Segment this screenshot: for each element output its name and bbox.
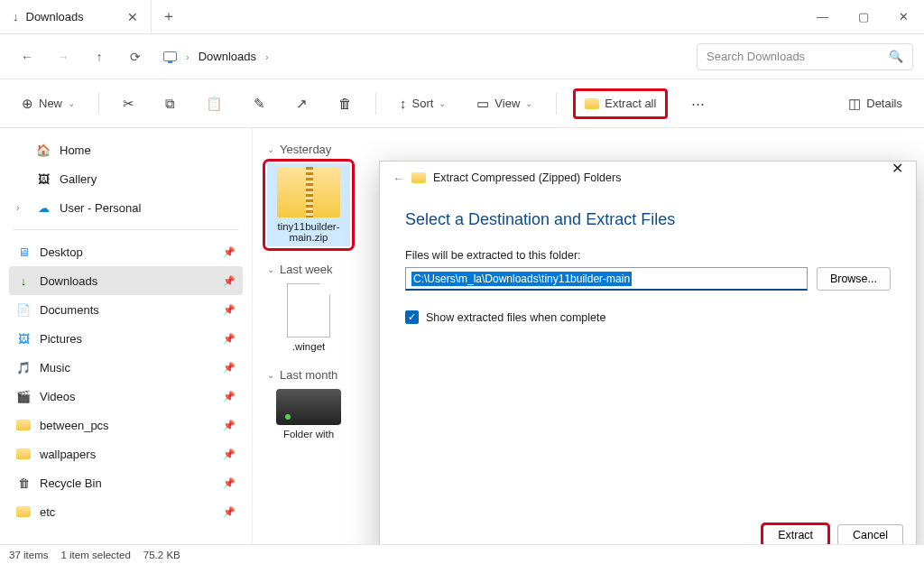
selected-count: 1 item selected (60, 550, 130, 560)
forward-button[interactable]: → (47, 41, 79, 73)
pin-icon: 📌 (223, 391, 236, 402)
new-tab-button[interactable]: ＋ (152, 0, 186, 33)
chevron-right-icon: › (186, 51, 189, 62)
details-pane-button[interactable]: ◫Details (841, 90, 910, 117)
sidebar-documents[interactable]: 📄Documents📌 (9, 295, 243, 324)
sidebar-music[interactable]: 🎵Music📌 (9, 353, 243, 382)
chevron-down-icon: ⌄ (267, 370, 274, 380)
view-button[interactable]: ▭View⌄ (469, 90, 540, 117)
zip-folder-icon (411, 171, 426, 185)
extract-dialog: ← Extract Compressed (Zipped) Folders ✕ … (379, 161, 917, 556)
back-icon[interactable]: ← (393, 171, 404, 185)
close-window-button[interactable]: ✕ (883, 0, 924, 33)
pin-icon: 📌 (223, 333, 236, 345)
file-item[interactable]: Folder with (267, 389, 350, 439)
file-name: tiny11builder-main.zip (271, 221, 346, 243)
sidebar-videos[interactable]: 🎬Videos📌 (9, 382, 243, 411)
share-icon: ↗ (296, 96, 308, 112)
file-item[interactable]: .winget (267, 283, 350, 352)
file-zip[interactable]: tiny11builder-main.zip (267, 163, 350, 246)
search-placeholder: Search Downloads (707, 50, 805, 63)
path-label: Files will be extracted to this folder: (405, 249, 891, 262)
trash-icon: 🗑 (338, 96, 352, 111)
pc-icon (162, 50, 177, 64)
pin-icon: 📌 (223, 506, 236, 518)
refresh-button[interactable]: ⟳ (119, 41, 152, 73)
pin-icon: 📌 (223, 477, 236, 489)
cancel-button[interactable]: Cancel (837, 524, 903, 546)
sidebar-home[interactable]: 🏠Home (9, 135, 243, 164)
downloads-icon: ↓ (16, 273, 31, 288)
search-input[interactable]: Search Downloads 🔍 (697, 43, 913, 70)
browse-button[interactable]: Browse... (817, 267, 891, 291)
gallery-icon: 🖼 (36, 171, 51, 186)
pin-icon: 📌 (223, 420, 236, 431)
checkbox-label: Show extracted files when complete (426, 311, 605, 324)
delete-button[interactable]: 🗑 (331, 90, 359, 116)
pin-icon: 📌 (223, 275, 236, 287)
up-button[interactable]: ↑ (83, 41, 116, 73)
music-icon: 🎵 (16, 360, 31, 374)
rename-button[interactable]: ✎ (246, 90, 273, 117)
home-icon: 🏠 (36, 143, 51, 157)
sidebar-downloads[interactable]: ↓Downloads📌 (9, 266, 243, 295)
folder-icon (16, 418, 31, 432)
show-files-checkbox[interactable]: ✓ (405, 310, 419, 324)
sidebar-desktop[interactable]: 🖥Desktop📌 (9, 237, 243, 266)
sort-button[interactable]: ↕Sort⌄ (393, 90, 453, 116)
breadcrumb[interactable]: › Downloads › (162, 50, 269, 64)
sidebar-pictures[interactable]: 🖼Pictures📌 (9, 324, 243, 353)
chevron-down-icon: ⌄ (68, 98, 75, 108)
copy-button[interactable]: ⧉ (158, 90, 182, 117)
sidebar-onedrive[interactable]: ›☁User - Personal (9, 193, 243, 222)
toolbar: ⊕New⌄ ✂ ⧉ 📋 ✎ ↗ 🗑 ↕Sort⌄ ▭View⌄ Extract … (0, 79, 924, 128)
view-icon: ▭ (476, 96, 489, 112)
tab-title: Downloads (26, 10, 84, 23)
cloud-icon: ☁ (36, 200, 51, 215)
nav-bar: ← → ↑ ⟳ › Downloads › Search Downloads 🔍 (0, 34, 924, 79)
breadcrumb-location[interactable]: Downloads (199, 50, 256, 63)
folder-icon (16, 447, 31, 461)
minimize-button[interactable]: — (802, 0, 843, 33)
more-button[interactable]: ⋯ (684, 90, 712, 117)
dialog-title: Extract Compressed (Zipped) Folders (433, 171, 621, 184)
paste-icon: 📋 (206, 96, 223, 112)
back-button[interactable]: ← (11, 41, 43, 73)
scissors-icon: ✂ (123, 96, 134, 112)
chevron-down-icon: ⌄ (267, 144, 274, 154)
chevron-down-icon: ⌄ (439, 98, 446, 108)
documents-icon: 📄 (16, 302, 31, 317)
selected-size: 75.2 KB (143, 550, 180, 560)
extract-all-button[interactable]: Extract all (573, 88, 668, 119)
folder-icon (16, 504, 31, 519)
group-yesterday[interactable]: ⌄Yesterday (267, 143, 910, 156)
close-dialog-button[interactable]: ✕ (892, 160, 903, 177)
sidebar-gallery[interactable]: 🖼Gallery (9, 164, 243, 193)
sidebar-recycle-bin[interactable]: 🗑Recycle Bin📌 (9, 468, 243, 497)
item-count: 37 items (9, 550, 48, 560)
copy-icon: ⧉ (165, 96, 175, 112)
share-button[interactable]: ↗ (289, 90, 315, 117)
sort-icon: ↕ (400, 96, 407, 111)
cut-button[interactable]: ✂ (116, 90, 142, 117)
dialog-heading: Select a Destination and Extract Files (405, 210, 891, 229)
window-tab[interactable]: ↓ Downloads ✕ (0, 0, 152, 33)
sidebar-folder[interactable]: wallpapers📌 (9, 439, 243, 468)
pin-icon: 📌 (223, 304, 236, 316)
search-icon: 🔍 (889, 50, 903, 63)
recycle-bin-icon: 🗑 (16, 476, 31, 490)
pin-icon: 📌 (223, 448, 236, 460)
details-pane-icon: ◫ (848, 96, 861, 112)
downloads-icon: ↓ (13, 10, 19, 23)
sidebar-folder[interactable]: between_pcs📌 (9, 411, 243, 439)
maximize-button[interactable]: ▢ (843, 0, 883, 33)
chevron-right-icon[interactable]: › (16, 203, 27, 213)
videos-icon: 🎬 (16, 389, 31, 403)
sidebar-folder[interactable]: etc📌 (9, 497, 243, 526)
zip-folder-icon (277, 167, 340, 217)
close-tab-icon[interactable]: ✕ (127, 10, 138, 24)
extract-button[interactable]: Extract (762, 524, 828, 546)
title-bar: ↓ Downloads ✕ ＋ — ▢ ✕ (0, 0, 924, 34)
destination-path-input[interactable]: C:\Users\m_la\Downloads\tiny11builder-ma… (405, 267, 808, 291)
new-button[interactable]: ⊕New⌄ (14, 90, 82, 117)
